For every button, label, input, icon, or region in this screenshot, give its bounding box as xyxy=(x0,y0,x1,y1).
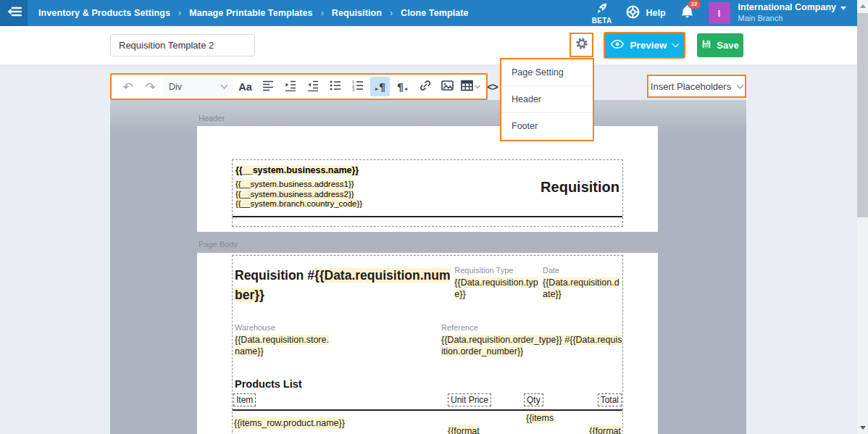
undo-button[interactable]: ↶ xyxy=(118,77,138,96)
outdent-icon xyxy=(307,80,319,94)
item-qty-placeholder[interactable]: {{items xyxy=(526,412,554,424)
header-template-block[interactable]: {{__system.business.name}} {{__system.bu… xyxy=(232,159,623,227)
breadcrumb-separator-icon: › xyxy=(321,8,324,18)
reference-placeholder[interactable]: {{Data.requisition.order_type}} #{{Data.… xyxy=(441,334,622,357)
image-icon xyxy=(441,80,454,94)
header-page[interactable]: {{__system.business.name}} {{__system.bu… xyxy=(197,126,658,232)
menu-item-footer[interactable]: Footer xyxy=(501,113,593,140)
code-view-button[interactable]: <> xyxy=(483,77,502,96)
arrow-left-menu-icon xyxy=(7,6,22,20)
paragraph-style-select[interactable]: Div xyxy=(163,77,233,96)
item-total-placeholder[interactable]: {{format xyxy=(589,425,621,434)
warehouse-label: Warehouse xyxy=(235,323,441,332)
requisition-type-placeholder[interactable]: {{Data.requisition.type}} xyxy=(454,277,540,300)
outdent-button[interactable] xyxy=(303,77,322,96)
preview-label: Preview xyxy=(630,40,667,51)
breadcrumb-clone-template: Clone Template xyxy=(401,8,469,18)
topbar-right-cluster: BETA Help 22 I International Company Mai… xyxy=(592,2,868,25)
body-section-label: Page Body xyxy=(199,240,238,249)
undo-icon: ↶ xyxy=(122,80,133,94)
chevron-down-icon xyxy=(737,81,744,88)
notifications-button[interactable]: 22 xyxy=(680,4,695,22)
paragraph-style-value: Div xyxy=(169,82,182,92)
header-empty-row[interactable] xyxy=(233,217,622,226)
ordered-list-button[interactable]: 123 xyxy=(348,77,367,96)
life-ring-icon xyxy=(625,4,640,22)
template-name-input[interactable] xyxy=(110,34,255,57)
breadcrumb-requisition[interactable]: Requisition xyxy=(332,8,382,18)
header-section-label: Header xyxy=(199,114,225,122)
item-unit-price-placeholder[interactable]: {{format xyxy=(448,425,480,434)
menu-item-page-setting[interactable]: Page Setting xyxy=(501,59,593,86)
bell-icon xyxy=(680,9,695,22)
help-label: Help xyxy=(646,8,665,18)
help-button[interactable]: Help xyxy=(625,4,665,22)
insert-placeholders-button[interactable]: Insert Placeholders xyxy=(647,75,746,98)
beta-indicator[interactable]: BETA xyxy=(592,2,612,25)
column-header-item[interactable]: Item xyxy=(233,393,256,406)
editor-toolbar: ↶ ↷ Div Aa 123 ▸¶ ¶◂ <> xyxy=(110,73,488,100)
bullet-list-button[interactable] xyxy=(325,77,345,96)
code-view-icon: <> xyxy=(487,81,497,93)
indent-icon xyxy=(285,80,296,94)
column-header-unit-price[interactable]: Unit Price xyxy=(448,393,491,406)
column-header-total[interactable]: Total xyxy=(598,393,622,406)
company-avatar[interactable]: I xyxy=(709,2,730,24)
business-address2-placeholder[interactable]: {{__system.business.address2}} xyxy=(235,190,466,200)
date-placeholder[interactable]: {{Data.requisition.date}} xyxy=(543,277,622,300)
top-navigation-bar: Inventory & Products Settings › Manage P… xyxy=(0,0,868,26)
body-page[interactable]: Requisition #{{Data.requisition.number}}… xyxy=(197,253,658,434)
font-icon: Aa xyxy=(238,81,252,93)
insert-placeholders-label: Insert Placeholders xyxy=(651,81,731,92)
chevron-down-icon xyxy=(474,83,480,88)
company-switcher[interactable]: International Company Main Branch xyxy=(738,2,846,23)
svg-text:3: 3 xyxy=(352,88,354,91)
document-title[interactable]: Requisition xyxy=(541,179,619,196)
column-header-qty[interactable]: Qty xyxy=(524,393,543,406)
scroll-up-arrow-icon[interactable] xyxy=(857,1,868,12)
indent-button[interactable] xyxy=(280,77,300,96)
requisition-number-title[interactable]: Requisition #{{Data.requisition.number}} xyxy=(235,266,454,305)
branch-name: Main Branch xyxy=(738,14,846,24)
save-label: Save xyxy=(717,40,738,51)
reference-label: Reference xyxy=(441,323,622,332)
body-template-block[interactable]: Requisition #{{Data.requisition.number}}… xyxy=(232,255,623,434)
ordered-list-icon: 123 xyxy=(352,80,364,94)
rocket-icon xyxy=(596,2,608,17)
page-settings-menu: Page Setting Header Footer xyxy=(500,58,594,141)
redo-button[interactable]: ↷ xyxy=(141,77,160,96)
scroll-down-arrow-icon[interactable] xyxy=(857,422,868,433)
align-button[interactable] xyxy=(258,77,277,96)
menu-item-header[interactable]: Header xyxy=(501,86,593,113)
item-name-placeholder[interactable]: {{items_row.product.name}} xyxy=(234,417,345,429)
collapse-sidebar-button[interactable] xyxy=(0,0,28,26)
paragraph-ltr-button[interactable]: ▸¶ xyxy=(370,77,390,96)
bullet-list-icon xyxy=(330,80,341,94)
breadcrumb-inventory-settings[interactable]: Inventory & Products Settings xyxy=(38,8,170,18)
breadcrumb-manage-templates[interactable]: Manage Printable Templates xyxy=(189,8,312,18)
warehouse-placeholder[interactable]: {{Data.requisition.store.name}} xyxy=(235,334,333,357)
chevron-down-icon xyxy=(840,7,846,10)
business-address1-placeholder[interactable]: {{__system.business.address1}} xyxy=(235,180,466,190)
page-scrollbar[interactable] xyxy=(857,0,868,434)
business-name-placeholder[interactable]: {{__system.business.name}} xyxy=(235,165,466,175)
insert-link-button[interactable] xyxy=(415,77,435,96)
breadcrumb-separator-icon: › xyxy=(390,8,393,18)
redo-icon: ↷ xyxy=(145,80,155,94)
gear-icon xyxy=(575,36,589,54)
notification-count-badge: 22 xyxy=(688,0,701,9)
page-settings-button[interactable] xyxy=(569,33,593,57)
save-button[interactable]: Save xyxy=(697,33,743,57)
document-canvas: Header {{__system.business.name}} {{__sy… xyxy=(110,100,746,434)
beta-label: BETA xyxy=(592,17,612,25)
preview-button[interactable]: Preview xyxy=(604,32,685,59)
date-label: Date xyxy=(543,266,622,275)
font-settings-button[interactable]: Aa xyxy=(235,77,255,96)
products-table-header-row: Item Unit Price Qty Total xyxy=(233,393,622,408)
eye-icon xyxy=(611,39,624,51)
branch-country-placeholder[interactable]: {{__system.branch.country_code}} xyxy=(235,199,466,209)
paragraph-rtl-button[interactable]: ¶◂ xyxy=(393,77,412,96)
insert-image-button[interactable] xyxy=(438,77,457,96)
insert-table-button[interactable] xyxy=(460,77,480,96)
scrollbar-thumb[interactable] xyxy=(857,13,868,217)
